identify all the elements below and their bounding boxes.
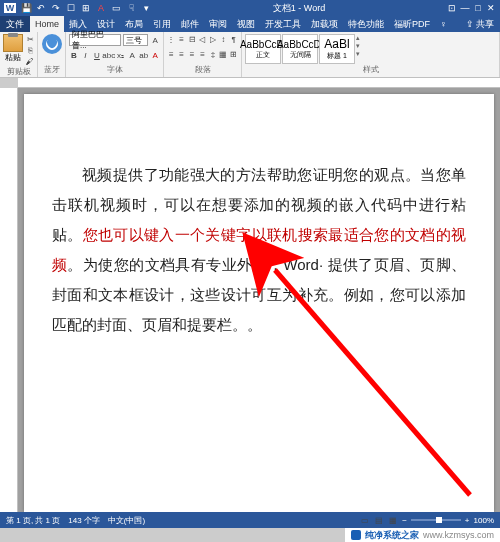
align-left-icon[interactable]: ≡	[167, 49, 175, 59]
watermark: 纯净系统之家 www.kzmsys.com	[345, 528, 500, 542]
tab-review[interactable]: 审阅	[204, 16, 232, 32]
word-count[interactable]: 143 个字	[68, 515, 100, 526]
bluetooth-icon[interactable]	[42, 34, 62, 54]
text-post: 。为使您的文档具有专业外观，Word· 提供了页眉、页脚、封面和文本框设计，这些…	[52, 256, 466, 333]
table-icon[interactable]: ⊞	[81, 3, 91, 13]
font-color-icon[interactable]: A	[96, 3, 106, 13]
clipboard-group: 粘贴 ✂ ⎘ 🖌 剪贴板	[0, 32, 38, 77]
paragraph-group: ⋮ ≡ ⊟ ◁ ▷ ↕ ¶ ≡ ≡ ≡ ≡ ‡ ▦ ⊞ 段落	[164, 32, 242, 77]
sort-icon[interactable]: ↕	[219, 34, 227, 44]
document-area: 视频提供了功能强大的方法帮助您证明您的观点。当您单击联机视频时，可以在想要添加的…	[0, 88, 500, 512]
justify-icon[interactable]: ≡	[198, 49, 206, 59]
clipboard-label: 剪贴板	[3, 66, 34, 77]
multilevel-icon[interactable]: ⊟	[188, 34, 196, 44]
paste-icon	[3, 34, 23, 52]
web-layout-icon[interactable]: ▦	[388, 515, 398, 525]
page-container: 视频提供了功能强大的方法帮助您证明您的观点。当您单击联机视频时，可以在想要添加的…	[18, 88, 500, 512]
format-painter-icon[interactable]: 🖌	[25, 56, 35, 66]
word-icon: W	[4, 3, 16, 13]
font-family-select[interactable]: 阿里巴巴普...	[69, 34, 121, 46]
subscript-icon[interactable]: x₂	[116, 50, 126, 60]
align-right-icon[interactable]: ≡	[188, 49, 196, 59]
print-layout-icon[interactable]: ▤	[374, 515, 384, 525]
indent-dec-icon[interactable]: ◁	[198, 34, 206, 44]
tell-me[interactable]: ♀	[435, 16, 452, 32]
font-group: 阿里巴巴普... 三号 A B I U abc x₂ A ab A 字体	[66, 32, 164, 77]
zoom-slider[interactable]	[411, 519, 461, 521]
minimize-icon[interactable]: —	[460, 3, 470, 13]
bullets-icon[interactable]: ⋮	[167, 34, 175, 44]
bluetooth-label: 蓝牙	[44, 64, 60, 75]
font-size-select[interactable]: 三号	[123, 34, 148, 46]
picture-icon[interactable]: ▭	[111, 3, 121, 13]
zoom-in-icon[interactable]: +	[465, 516, 470, 525]
paste-button[interactable]: 粘贴	[3, 34, 23, 66]
italic-icon[interactable]: I	[81, 50, 91, 60]
document-page[interactable]: 视频提供了功能强大的方法帮助您证明您的观点。当您单击联机视频时，可以在想要添加的…	[24, 94, 494, 512]
tab-addins[interactable]: 加载项	[306, 16, 343, 32]
vertical-ruler[interactable]	[0, 88, 18, 512]
font-label: 字体	[69, 64, 160, 75]
qat-more-icon[interactable]: ▾	[141, 3, 151, 13]
style-nospacing[interactable]: AaBbCcDi无间隔	[282, 34, 318, 64]
document-text[interactable]: 视频提供了功能强大的方法帮助您证明您的观点。当您单击联机视频时，可以在想要添加的…	[52, 160, 466, 340]
tab-references[interactable]: 引用	[148, 16, 176, 32]
read-mode-icon[interactable]: ▭	[360, 515, 370, 525]
font-color-btn-icon[interactable]: A	[150, 50, 160, 60]
undo-icon[interactable]: ↶	[36, 3, 46, 13]
line-spacing-icon[interactable]: ‡	[209, 49, 217, 59]
share-icon: ⇪	[466, 19, 474, 29]
zoom-out-icon[interactable]: −	[402, 516, 407, 525]
align-center-icon[interactable]: ≡	[177, 49, 185, 59]
tab-foxit[interactable]: 福昕PDF	[389, 16, 435, 32]
maximize-icon[interactable]: □	[473, 3, 483, 13]
copy-icon[interactable]: ⎘	[25, 45, 35, 55]
status-bar: 第 1 页, 共 1 页 143 个字 中文(中国) ▭ ▤ ▦ − + 100…	[0, 512, 500, 528]
tab-feature[interactable]: 特色功能	[343, 16, 389, 32]
underline-icon[interactable]: U	[92, 50, 102, 60]
open-icon[interactable]: ☐	[66, 3, 76, 13]
indent-inc-icon[interactable]: ▷	[209, 34, 217, 44]
horizontal-ruler[interactable]	[18, 78, 500, 88]
redo-icon[interactable]: ↷	[51, 3, 61, 13]
tab-home[interactable]: Home	[30, 16, 64, 32]
title-bar: W 💾 ↶ ↷ ☐ ⊞ A ▭ ☟ ▾ 文档1 - Word ⊡ — □ ✕	[0, 0, 500, 16]
touch-icon[interactable]: ☟	[126, 3, 136, 13]
style-heading1[interactable]: AaBl标题 1	[319, 34, 355, 64]
bluetooth-group: 蓝牙	[38, 32, 66, 77]
tab-view[interactable]: 视图	[232, 16, 260, 32]
highlight-icon[interactable]: ab	[139, 50, 149, 60]
tab-mailings[interactable]: 邮件	[176, 16, 204, 32]
grow-font-icon[interactable]: A	[150, 35, 160, 45]
tab-layout[interactable]: 布局	[120, 16, 148, 32]
watermark-text: 纯净系统之家	[365, 529, 419, 542]
bold-icon[interactable]: B	[69, 50, 79, 60]
quick-access-toolbar: W 💾 ↶ ↷ ☐ ⊞ A ▭ ☟ ▾	[4, 3, 151, 13]
shading-icon[interactable]: ▦	[219, 49, 227, 59]
text-effect-icon[interactable]: A	[127, 50, 137, 60]
watermark-icon	[351, 530, 361, 540]
save-icon[interactable]: 💾	[21, 3, 31, 13]
numbering-icon[interactable]: ≡	[177, 34, 185, 44]
strike-icon[interactable]: abc	[104, 50, 114, 60]
zoom-level[interactable]: 100%	[474, 516, 494, 525]
borders-icon[interactable]: ⊞	[230, 49, 238, 59]
watermark-url: www.kzmsys.com	[423, 530, 494, 540]
styles-more-icon[interactable]: ▴▾▾	[356, 34, 360, 64]
language[interactable]: 中文(中国)	[108, 515, 145, 526]
ribbon-options-icon[interactable]: ⊡	[447, 3, 457, 13]
show-marks-icon[interactable]: ¶	[230, 34, 238, 44]
cut-icon[interactable]: ✂	[25, 34, 35, 44]
tab-developer[interactable]: 开发工具	[260, 16, 306, 32]
close-icon[interactable]: ✕	[486, 3, 496, 13]
window-controls: ⊡ — □ ✕	[447, 3, 496, 13]
share-button[interactable]: ⇪共享	[460, 16, 500, 32]
style-normal[interactable]: AaBbCcDi正文	[245, 34, 281, 64]
file-tab[interactable]: 文件	[0, 16, 30, 32]
window-title: 文档1 - Word	[151, 2, 447, 15]
styles-label: 样式	[245, 64, 496, 75]
paragraph-label: 段落	[167, 64, 238, 75]
ribbon: 粘贴 ✂ ⎘ 🖌 剪贴板 蓝牙 阿里巴巴普... 三号 A B I U abc …	[0, 32, 500, 78]
page-count[interactable]: 第 1 页, 共 1 页	[6, 515, 60, 526]
styles-group: AaBbCcDi正文 AaBbCcDi无间隔 AaBl标题 1 ▴▾▾ 样式	[242, 32, 500, 77]
